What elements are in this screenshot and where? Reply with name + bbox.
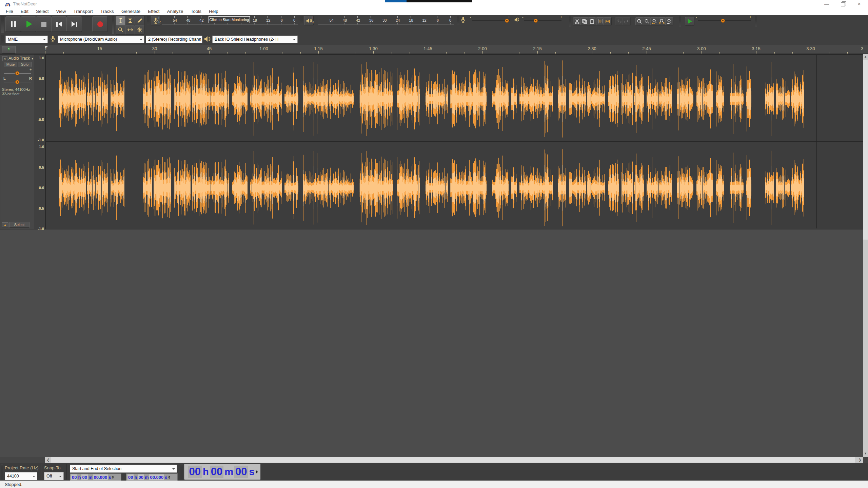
menu-select[interactable]: Select xyxy=(32,8,53,15)
menu-analyze[interactable]: Analyze xyxy=(163,8,187,15)
time-digit-group[interactable]: h xyxy=(134,475,137,480)
undo-button[interactable] xyxy=(615,17,623,25)
menu-generate[interactable]: Generate xyxy=(118,8,144,15)
scroll-up-arrow[interactable]: ▲ xyxy=(863,54,868,59)
audio-position-display[interactable]: 00h00m00s xyxy=(184,464,260,480)
trim-outside-selection-button[interactable] xyxy=(596,17,604,25)
v-scrollbar-thumb[interactable] xyxy=(863,60,868,240)
fit-project-button[interactable] xyxy=(658,17,666,25)
time-digit-group[interactable]: 00 xyxy=(188,466,201,478)
horizontal-scrollbar[interactable]: ❮ ❯ xyxy=(0,457,868,463)
selection-start-field[interactable]: 00h00m00.000s xyxy=(70,473,121,481)
pause-button[interactable] xyxy=(5,16,21,32)
selection-toolbar-grip[interactable] xyxy=(1,465,3,480)
waveform-canvas[interactable] xyxy=(45,55,863,229)
time-digit-group[interactable]: m xyxy=(224,466,234,477)
device-toolbar-grip[interactable] xyxy=(1,35,4,44)
fit-selection-button[interactable] xyxy=(650,17,658,25)
selection-mode-combo[interactable]: Start and End of Selection xyxy=(70,465,177,473)
play-speed-knob[interactable] xyxy=(721,19,725,23)
play-button[interactable] xyxy=(21,16,36,32)
track-close-button[interactable]: × xyxy=(2,56,7,61)
cut-button[interactable] xyxy=(573,17,581,25)
menu-view[interactable]: View xyxy=(53,8,70,15)
menu-help[interactable]: Help xyxy=(205,8,222,15)
play-at-speed-grip[interactable] xyxy=(679,16,681,27)
mixer-toolbar-grip[interactable] xyxy=(457,16,459,25)
playback-volume-knob[interactable] xyxy=(534,19,538,23)
selection-tool-button[interactable] xyxy=(116,16,125,25)
draw-tool-button[interactable] xyxy=(135,16,144,25)
timeline-pin-button[interactable] xyxy=(2,46,16,54)
time-digit-group[interactable]: 00 xyxy=(138,474,144,480)
recording-volume-knob[interactable] xyxy=(505,19,509,23)
time-digit-group[interactable]: 00.000 xyxy=(93,474,108,480)
stop-button[interactable] xyxy=(36,16,52,32)
pan-slider[interactable] xyxy=(4,80,31,84)
timeline-ruler[interactable]: 01530451:001:151:301:452:002:152:302:453… xyxy=(45,45,863,54)
menu-transport[interactable]: Transport xyxy=(70,8,97,15)
dock-end-grip[interactable] xyxy=(755,16,757,27)
playback-volume-slider[interactable] xyxy=(524,18,561,23)
playback-device-combo[interactable]: Back IO Shield Headphones (2- H xyxy=(212,36,298,43)
time-digit-group[interactable]: 00.000 xyxy=(149,474,164,480)
zoom-out-button[interactable] xyxy=(643,17,651,25)
time-shift-tool-button[interactable] xyxy=(125,25,135,35)
gain-knob[interactable] xyxy=(15,71,19,75)
scroll-right-arrow[interactable]: ❯ xyxy=(857,457,863,463)
play-at-speed-button[interactable] xyxy=(685,17,694,26)
monitoring-tooltip[interactable]: Click to Start Monitoring xyxy=(209,16,250,23)
scroll-down-arrow[interactable]: ▼ xyxy=(863,451,868,456)
multi-tool-button[interactable] xyxy=(135,25,144,35)
close-button[interactable]: × xyxy=(851,0,867,8)
pan-knob[interactable] xyxy=(15,80,19,84)
restore-button[interactable] xyxy=(835,0,851,8)
recording-volume-slider[interactable] xyxy=(472,18,510,23)
time-digit-group[interactable]: 00 xyxy=(81,474,87,480)
time-digit-group[interactable]: 00 xyxy=(210,466,223,478)
paste-button[interactable] xyxy=(588,17,596,25)
playback-meter-grip[interactable] xyxy=(300,16,303,25)
collapse-track-button[interactable]: ▲ xyxy=(2,222,8,227)
menu-tracks[interactable]: Tracks xyxy=(97,8,118,15)
copy-button[interactable] xyxy=(580,17,589,25)
menu-tools[interactable]: Tools xyxy=(187,8,205,15)
time-digit-group[interactable]: h xyxy=(78,475,81,480)
audio-host-combo[interactable]: MME xyxy=(5,36,48,43)
zoom-toggle-button[interactable] xyxy=(665,17,673,25)
snap-to-combo[interactable]: Off xyxy=(44,472,64,480)
time-digit-group[interactable]: 00 xyxy=(71,474,77,480)
time-field-spinner[interactable] xyxy=(256,469,258,474)
menu-effect[interactable]: Effect xyxy=(144,8,163,15)
recording-meter-grip[interactable] xyxy=(147,16,150,25)
h-scrollbar-thumb[interactable] xyxy=(51,457,855,463)
selection-end-field[interactable]: 00h00m00.000s xyxy=(126,473,178,481)
menu-edit[interactable]: Edit xyxy=(17,8,32,15)
time-field-spinner[interactable] xyxy=(112,475,114,480)
solo-button[interactable]: Solo xyxy=(18,62,32,67)
time-digit-group[interactable]: s xyxy=(249,466,255,477)
zoom-in-button[interactable] xyxy=(635,17,644,25)
time-digit-group[interactable]: m xyxy=(144,475,149,480)
time-digit-group[interactable]: s xyxy=(108,475,111,480)
mute-button[interactable]: Mute xyxy=(4,62,17,67)
time-digit-group[interactable]: s xyxy=(164,475,167,480)
skip-to-start-button[interactable] xyxy=(51,16,67,32)
recording-device-combo[interactable]: Microphone (DroidCam Audio) xyxy=(58,36,144,43)
track-select-button[interactable]: Select xyxy=(9,222,29,228)
time-toolbar-grip[interactable] xyxy=(180,465,183,480)
edit-toolbar-grip[interactable] xyxy=(569,16,571,27)
transport-toolbar-grip[interactable] xyxy=(1,16,4,33)
scroll-left-arrow[interactable]: ❮ xyxy=(45,457,51,463)
record-button[interactable] xyxy=(92,16,108,32)
silence-selection-button[interactable] xyxy=(604,17,612,25)
tools-toolbar-grip[interactable] xyxy=(112,16,114,34)
project-rate-combo[interactable]: 44100 xyxy=(5,472,37,480)
playback-meter[interactable]: -54-48-42-36-30-24-18-12-60 xyxy=(318,16,454,25)
track-title-menu[interactable]: Audio Track ▼ xyxy=(8,56,34,61)
vertical-scrollbar[interactable]: ▲ ▼ xyxy=(863,54,868,457)
zoom-tool-button[interactable] xyxy=(116,25,125,35)
vertical-scale-ruler[interactable]: 1.00.50.0-0.5-1.01.00.50.0-0.5-1.0 xyxy=(34,55,45,229)
redo-button[interactable] xyxy=(623,17,631,25)
time-digit-group[interactable]: 00 xyxy=(234,466,248,478)
